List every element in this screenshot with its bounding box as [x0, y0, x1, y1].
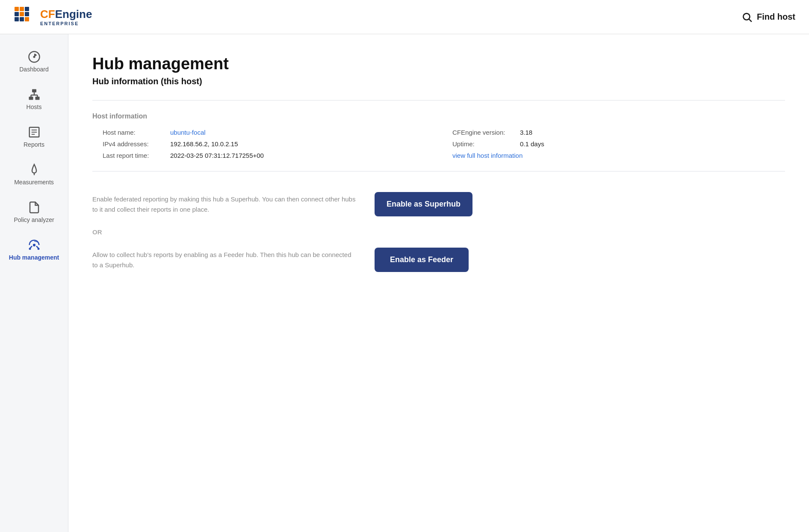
host-name-label: Host name: — [103, 129, 167, 136]
logo: CF Engine ENTERPRISE — [14, 6, 92, 28]
or-divider: OR — [92, 228, 785, 236]
hub-management-icon — [28, 239, 41, 251]
logo-icon — [14, 6, 36, 28]
svg-point-12 — [33, 56, 35, 58]
svg-rect-6 — [15, 17, 19, 21]
page-title: Hub management — [92, 55, 785, 73]
find-host-button[interactable]: Find host — [741, 12, 795, 23]
sidebar-item-hub-management[interactable]: Hub management — [0, 233, 68, 267]
policy-analyzer-icon — [28, 201, 41, 214]
last-report-row: Last report time: 2022-03-25 07:31:12.71… — [103, 152, 435, 159]
svg-rect-15 — [35, 97, 39, 100]
cfengine-version-value: 3.18 — [520, 129, 532, 136]
host-name-row: Host name: ubuntu-focal — [103, 129, 435, 136]
svg-rect-8 — [25, 17, 29, 21]
host-info-right: CFEngine version: 3.18 Uptime: 0.1 days … — [452, 129, 785, 159]
ipv4-label: IPv4 addresses: — [103, 140, 167, 148]
search-icon — [741, 12, 753, 23]
section-label-host-info: Host information — [92, 112, 785, 120]
svg-rect-0 — [15, 7, 19, 11]
page-subtitle: Hub information (this host) — [92, 77, 785, 86]
header: CF Engine ENTERPRISE Find host — [0, 0, 809, 34]
enable-as-feeder-button[interactable]: Enable as Feeder — [375, 248, 469, 272]
measurements-icon — [28, 163, 41, 176]
sidebar: Dashboard Hosts Reports — [0, 34, 68, 532]
sidebar-item-measurements[interactable]: Measurements — [0, 157, 68, 192]
ipv4-value: 192.168.56.2, 10.0.2.15 — [170, 140, 238, 148]
ipv4-row: IPv4 addresses: 192.168.56.2, 10.0.2.15 — [103, 140, 435, 148]
superhub-description: Enable federated reporting by making thi… — [92, 194, 357, 215]
layout: Dashboard Hosts Reports — [0, 34, 809, 532]
view-full-host-link[interactable]: view full host information — [452, 152, 523, 159]
svg-rect-2 — [25, 7, 29, 11]
last-report-label: Last report time: — [103, 152, 167, 159]
dashboard-icon — [28, 50, 41, 63]
divider-1 — [92, 100, 785, 100]
cfengine-version-row: CFEngine version: 3.18 — [452, 129, 785, 136]
logo-text: CF Engine ENTERPRISE — [40, 8, 92, 26]
host-name-value[interactable]: ubuntu-focal — [170, 129, 206, 136]
svg-point-9 — [743, 13, 750, 20]
svg-rect-13 — [32, 89, 36, 93]
uptime-row: Uptime: 0.1 days — [452, 140, 785, 148]
sidebar-item-reports[interactable]: Reports — [0, 120, 68, 154]
logo-enterprise: ENTERPRISE — [40, 21, 92, 26]
or-text: OR — [92, 228, 102, 236]
last-report-value: 2022-03-25 07:31:12.717255+00 — [170, 152, 264, 159]
logo-engine: Engine — [55, 8, 92, 21]
reports-icon — [28, 126, 41, 139]
svg-rect-4 — [20, 12, 24, 16]
svg-point-27 — [37, 248, 39, 250]
host-info-grid: Host name: ubuntu-focal IPv4 addresses: … — [103, 129, 785, 159]
svg-rect-5 — [25, 12, 29, 16]
feeder-section: Allow to collect hub's reports by enabli… — [92, 239, 785, 281]
divider-2 — [92, 171, 785, 171]
svg-point-25 — [32, 244, 35, 246]
svg-rect-3 — [15, 12, 19, 16]
host-info-section: Host information Host name: ubuntu-focal… — [92, 112, 785, 159]
sidebar-item-policy-analyzer[interactable]: Policy analyzer — [0, 195, 68, 229]
svg-point-26 — [29, 248, 31, 250]
feeder-description: Allow to collect hub's reports by enabli… — [92, 250, 357, 270]
svg-rect-14 — [29, 97, 33, 100]
cfengine-version-label: CFEngine version: — [452, 129, 517, 136]
uptime-value: 0.1 days — [520, 140, 544, 148]
svg-rect-1 — [20, 7, 24, 11]
sidebar-item-dashboard[interactable]: Dashboard — [0, 44, 68, 79]
logo-cf: CF — [40, 8, 55, 21]
superhub-section: Enable federated reporting by making thi… — [92, 183, 785, 225]
hosts-icon — [28, 88, 41, 101]
main-content: Hub management Hub information (this hos… — [68, 34, 809, 532]
host-info-left: Host name: ubuntu-focal IPv4 addresses: … — [103, 129, 435, 159]
enable-as-superhub-button[interactable]: Enable as Superhub — [375, 192, 472, 216]
view-full-row: view full host information — [452, 152, 785, 159]
svg-line-10 — [749, 19, 752, 21]
uptime-label: Uptime: — [452, 140, 517, 148]
svg-rect-7 — [20, 17, 24, 21]
sidebar-item-hosts[interactable]: Hosts — [0, 82, 68, 116]
